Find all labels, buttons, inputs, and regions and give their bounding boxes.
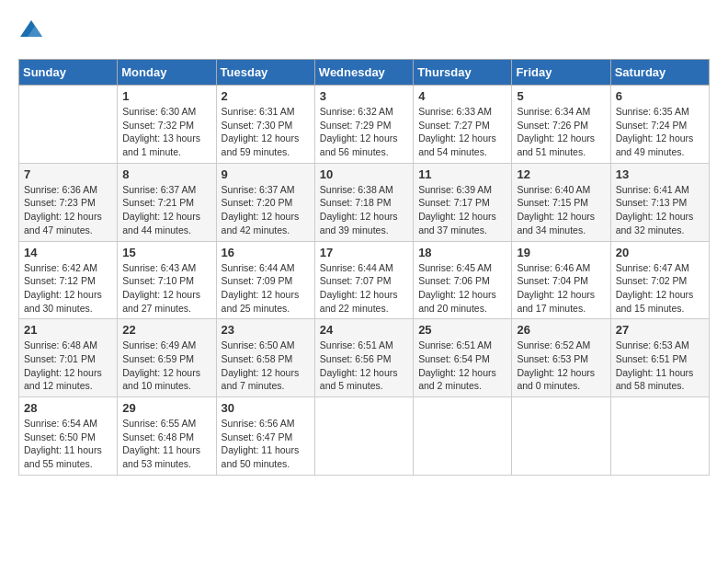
calendar-cell: 10Sunrise: 6:38 AM Sunset: 7:18 PM Dayli… [314, 163, 413, 241]
calendar-cell: 1Sunrise: 6:30 AM Sunset: 7:32 PM Daylig… [118, 86, 216, 164]
header-cell-wednesday: Wednesday [314, 60, 413, 86]
calendar-cell: 29Sunrise: 6:55 AM Sunset: 6:48 PM Dayli… [118, 397, 216, 476]
day-number: 16 [222, 246, 310, 259]
day-number: 14 [24, 246, 112, 259]
week-row-1: 1Sunrise: 6:30 AM Sunset: 7:32 PM Daylig… [19, 86, 710, 164]
day-info: Sunrise: 6:38 AM Sunset: 7:18 PM Dayligh… [320, 183, 408, 237]
day-number: 30 [222, 401, 310, 415]
calendar-cell [314, 397, 413, 476]
header-cell-monday: Monday [118, 60, 216, 86]
calendar-cell: 26Sunrise: 6:52 AM Sunset: 6:53 PM Dayli… [512, 319, 610, 397]
day-number: 10 [320, 167, 408, 181]
day-number: 11 [418, 167, 506, 181]
day-number: 21 [24, 323, 112, 337]
day-number: 18 [418, 246, 506, 259]
day-info: Sunrise: 6:50 AM Sunset: 6:58 PM Dayligh… [222, 339, 310, 393]
day-info: Sunrise: 6:35 AM Sunset: 7:24 PM Dayligh… [616, 105, 704, 159]
calendar-cell [512, 397, 610, 476]
day-info: Sunrise: 6:44 AM Sunset: 7:09 PM Dayligh… [222, 261, 310, 316]
calendar-cell: 23Sunrise: 6:50 AM Sunset: 6:58 PM Dayli… [216, 319, 314, 397]
day-number: 1 [122, 89, 210, 103]
calendar-cell: 27Sunrise: 6:53 AM Sunset: 6:51 PM Dayli… [610, 319, 709, 397]
header-cell-thursday: Thursday [414, 60, 512, 86]
day-info: Sunrise: 6:48 AM Sunset: 7:01 PM Dayligh… [24, 339, 112, 393]
day-number: 23 [222, 323, 310, 337]
day-number: 17 [320, 246, 408, 259]
day-info: Sunrise: 6:52 AM Sunset: 6:53 PM Dayligh… [517, 339, 605, 393]
day-info: Sunrise: 6:34 AM Sunset: 7:26 PM Dayligh… [517, 105, 605, 159]
logo-icon [18, 18, 44, 44]
day-info: Sunrise: 6:39 AM Sunset: 7:17 PM Dayligh… [418, 183, 506, 237]
day-number: 26 [517, 323, 605, 337]
day-info: Sunrise: 6:47 AM Sunset: 7:02 PM Dayligh… [616, 261, 704, 316]
day-info: Sunrise: 6:51 AM Sunset: 6:54 PM Dayligh… [418, 339, 506, 393]
calendar-cell: 3Sunrise: 6:32 AM Sunset: 7:29 PM Daylig… [314, 86, 413, 164]
day-info: Sunrise: 6:53 AM Sunset: 6:51 PM Dayligh… [616, 339, 704, 393]
calendar-cell: 15Sunrise: 6:43 AM Sunset: 7:10 PM Dayli… [118, 241, 216, 319]
day-number: 7 [24, 167, 112, 181]
header-cell-saturday: Saturday [610, 60, 709, 86]
calendar-cell: 2Sunrise: 6:31 AM Sunset: 7:30 PM Daylig… [216, 86, 314, 164]
week-row-5: 28Sunrise: 6:54 AM Sunset: 6:50 PM Dayli… [19, 397, 710, 476]
calendar-cell: 18Sunrise: 6:45 AM Sunset: 7:06 PM Dayli… [414, 241, 512, 319]
calendar-cell: 22Sunrise: 6:49 AM Sunset: 6:59 PM Dayli… [118, 319, 216, 397]
logo [18, 18, 48, 44]
day-info: Sunrise: 6:41 AM Sunset: 7:13 PM Dayligh… [616, 183, 704, 237]
day-number: 19 [517, 246, 605, 259]
day-info: Sunrise: 6:37 AM Sunset: 7:20 PM Dayligh… [222, 183, 310, 237]
calendar-cell: 14Sunrise: 6:42 AM Sunset: 7:12 PM Dayli… [19, 241, 118, 319]
day-info: Sunrise: 6:42 AM Sunset: 7:12 PM Dayligh… [24, 261, 112, 316]
week-row-2: 7Sunrise: 6:36 AM Sunset: 7:23 PM Daylig… [19, 163, 710, 241]
day-info: Sunrise: 6:46 AM Sunset: 7:04 PM Dayligh… [517, 261, 605, 316]
day-number: 22 [122, 323, 210, 337]
calendar-cell: 24Sunrise: 6:51 AM Sunset: 6:56 PM Dayli… [314, 319, 413, 397]
header-cell-friday: Friday [512, 60, 610, 86]
calendar-cell [414, 397, 512, 476]
day-info: Sunrise: 6:36 AM Sunset: 7:23 PM Dayligh… [24, 183, 112, 237]
day-info: Sunrise: 6:55 AM Sunset: 6:48 PM Dayligh… [122, 417, 210, 471]
calendar-cell: 8Sunrise: 6:37 AM Sunset: 7:21 PM Daylig… [118, 163, 216, 241]
calendar-cell [610, 397, 709, 476]
day-number: 8 [122, 167, 210, 181]
day-info: Sunrise: 6:51 AM Sunset: 6:56 PM Dayligh… [320, 339, 408, 393]
calendar-cell: 25Sunrise: 6:51 AM Sunset: 6:54 PM Dayli… [414, 319, 512, 397]
calendar-cell: 9Sunrise: 6:37 AM Sunset: 7:20 PM Daylig… [216, 163, 314, 241]
day-info: Sunrise: 6:44 AM Sunset: 7:07 PM Dayligh… [320, 261, 408, 316]
day-info: Sunrise: 6:49 AM Sunset: 6:59 PM Dayligh… [122, 339, 210, 393]
header-row: SundayMondayTuesdayWednesdayThursdayFrid… [19, 60, 710, 86]
day-number: 2 [222, 89, 310, 103]
calendar-cell: 5Sunrise: 6:34 AM Sunset: 7:26 PM Daylig… [512, 86, 610, 164]
calendar-cell: 19Sunrise: 6:46 AM Sunset: 7:04 PM Dayli… [512, 241, 610, 319]
day-info: Sunrise: 6:40 AM Sunset: 7:15 PM Dayligh… [517, 183, 605, 237]
day-number: 12 [517, 167, 605, 181]
calendar-cell: 17Sunrise: 6:44 AM Sunset: 7:07 PM Dayli… [314, 241, 413, 319]
calendar-cell: 21Sunrise: 6:48 AM Sunset: 7:01 PM Dayli… [19, 319, 118, 397]
calendar-cell: 6Sunrise: 6:35 AM Sunset: 7:24 PM Daylig… [610, 86, 709, 164]
day-number: 27 [616, 323, 704, 337]
day-number: 3 [320, 89, 408, 103]
calendar-cell: 11Sunrise: 6:39 AM Sunset: 7:17 PM Dayli… [414, 163, 512, 241]
day-info: Sunrise: 6:31 AM Sunset: 7:30 PM Dayligh… [222, 105, 310, 159]
calendar-cell: 16Sunrise: 6:44 AM Sunset: 7:09 PM Dayli… [216, 241, 314, 319]
calendar-cell: 30Sunrise: 6:56 AM Sunset: 6:47 PM Dayli… [216, 397, 314, 476]
day-number: 4 [418, 89, 506, 103]
day-info: Sunrise: 6:54 AM Sunset: 6:50 PM Dayligh… [24, 417, 112, 471]
day-number: 13 [616, 167, 704, 181]
day-info: Sunrise: 6:32 AM Sunset: 7:29 PM Dayligh… [320, 105, 408, 159]
day-number: 24 [320, 323, 408, 337]
day-info: Sunrise: 6:45 AM Sunset: 7:06 PM Dayligh… [418, 261, 506, 316]
day-number: 29 [122, 401, 210, 415]
day-number: 9 [222, 167, 310, 181]
day-number: 20 [616, 246, 704, 259]
day-number: 5 [517, 89, 605, 103]
page-header [18, 18, 710, 44]
day-info: Sunrise: 6:43 AM Sunset: 7:10 PM Dayligh… [122, 261, 210, 316]
day-info: Sunrise: 6:33 AM Sunset: 7:27 PM Dayligh… [418, 105, 506, 159]
header-cell-tuesday: Tuesday [216, 60, 314, 86]
day-number: 15 [122, 246, 210, 259]
day-number: 25 [418, 323, 506, 337]
calendar-cell: 28Sunrise: 6:54 AM Sunset: 6:50 PM Dayli… [19, 397, 118, 476]
calendar-cell: 4Sunrise: 6:33 AM Sunset: 7:27 PM Daylig… [414, 86, 512, 164]
day-info: Sunrise: 6:37 AM Sunset: 7:21 PM Dayligh… [122, 183, 210, 237]
calendar-cell: 12Sunrise: 6:40 AM Sunset: 7:15 PM Dayli… [512, 163, 610, 241]
